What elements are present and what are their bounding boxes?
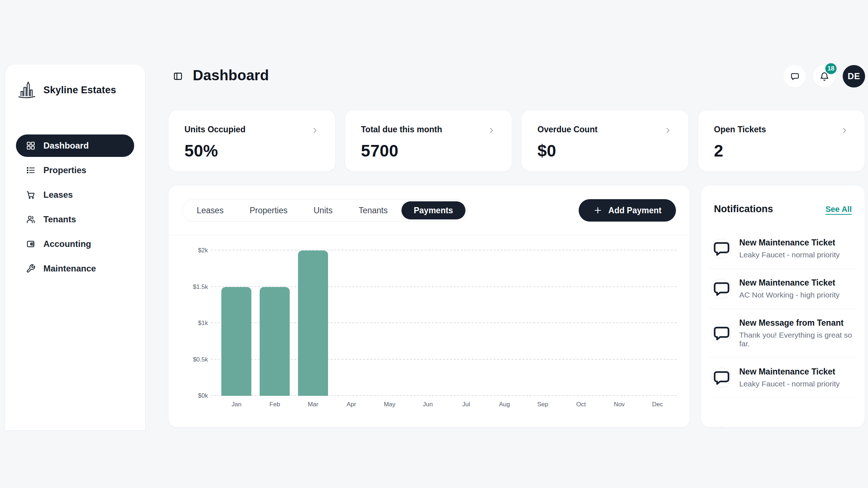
stat-value: 5700	[361, 141, 496, 160]
sidebar-item-label: Leases	[43, 190, 73, 200]
notification-subtitle: Leaky Faucet - normal priority	[739, 251, 840, 259]
list-item[interactable]: New Maintenance Ticket AC Not Working - …	[708, 269, 858, 309]
notification-count-badge: 18	[824, 62, 838, 75]
y-axis-tick-label: $1k	[198, 320, 208, 327]
avatar[interactable]: DE	[843, 65, 865, 87]
x-axis-tick-label: Aug	[499, 401, 510, 408]
sidebar-toggle-icon[interactable]	[173, 71, 183, 81]
brand-logo-icon	[17, 80, 36, 100]
chat-bubble-icon	[711, 323, 731, 343]
sidebar-item-accounting[interactable]: Accounting	[16, 233, 134, 255]
plus-icon	[593, 206, 603, 215]
notifications-header: Notifications See All	[701, 185, 865, 215]
stat-card-overdue-count[interactable]: Overdue Count $0	[521, 110, 689, 172]
wallet-icon	[26, 239, 35, 249]
list-item[interactable]: New Maintenance Ticket Leaky Faucet - no…	[708, 228, 858, 269]
sidebar-item-label: Properties	[43, 165, 86, 175]
add-payment-label: Add Payment	[608, 206, 661, 215]
notification-title: New Message from Tenant	[739, 318, 855, 328]
sidebar-item-label: Tenants	[43, 214, 76, 224]
list-item-partial[interactable]	[708, 398, 858, 428]
chart-gridline	[211, 250, 677, 251]
list-item[interactable]: New Maintenance Ticket Leaky Faucet - no…	[708, 358, 858, 398]
y-axis-tick-label: $0.5k	[193, 356, 208, 363]
payments-bar-chart: $0k$0.5k$1k$1.5k$2kJanFebMarAprMayJunJul…	[217, 251, 677, 396]
brand: Skyline Estates	[16, 80, 134, 100]
chat-bubble-icon	[711, 239, 731, 259]
notification-title: New Maintenance Ticket	[739, 278, 839, 288]
tab-properties[interactable]: Properties	[237, 201, 300, 219]
stat-cards-row: Units Occupied 50% Total due this month …	[168, 110, 865, 172]
page-header: Dashboard 18 DE	[168, 65, 865, 87]
x-axis-tick-label: Sep	[537, 401, 548, 408]
sidebar-item-label: Accounting	[43, 239, 91, 249]
list-item[interactable]: New Message from Tenant Thank you! Every…	[708, 309, 858, 358]
notification-title: New Maintenance Ticket	[739, 238, 840, 248]
notification-title: New Maintenance Ticket	[739, 367, 840, 377]
page-title: Dashboard	[193, 67, 269, 84]
stat-value: 50%	[184, 141, 319, 160]
messages-button[interactable]	[783, 65, 806, 87]
stat-label: Overdue Count	[537, 125, 672, 134]
stat-value: 2	[714, 141, 849, 160]
notifications-button[interactable]: 18	[813, 65, 835, 87]
wrench-icon	[26, 264, 35, 273]
tab-tenants[interactable]: Tenants	[346, 201, 400, 219]
x-axis-tick-label: Dec	[652, 401, 663, 408]
sidebar: Skyline Estates Dashboard Properties	[5, 64, 145, 430]
main-content-card: Leases Properties Units Tenants Payments…	[168, 185, 690, 428]
notification-subtitle: Thank you! Everything is great so far.	[739, 331, 855, 348]
y-axis-tick-label: $0k	[198, 392, 208, 399]
notification-subtitle: AC Not Working - high priority	[739, 291, 839, 299]
x-axis-tick-label: Mar	[308, 401, 318, 408]
tab-payments[interactable]: Payments	[401, 201, 465, 219]
chevron-right-icon	[311, 126, 319, 135]
tab-leases[interactable]: Leases	[184, 201, 236, 219]
tab-units[interactable]: Units	[301, 201, 345, 219]
main-card-header: Leases Properties Units Tenants Payments…	[169, 185, 690, 236]
x-axis-tick-label: Feb	[269, 401, 280, 408]
sidebar-item-maintenance[interactable]: Maintenance	[16, 257, 134, 280]
stat-label: Open Tickets	[714, 125, 849, 134]
stat-card-open-tickets[interactable]: Open Tickets 2	[698, 110, 865, 172]
chevron-right-icon	[487, 126, 496, 135]
chart-bar-mar	[298, 251, 328, 396]
stat-label: Units Occupied	[184, 125, 319, 134]
notification-subtitle: Leaky Faucet - normal priority	[739, 380, 840, 388]
chat-bubble-icon	[711, 279, 731, 299]
stat-label: Total due this month	[361, 125, 496, 134]
sidebar-item-label: Maintenance	[43, 264, 96, 274]
sidebar-item-properties[interactable]: Properties	[16, 159, 134, 181]
add-payment-button[interactable]: Add Payment	[579, 199, 676, 222]
y-axis-tick-label: $2k	[198, 247, 208, 254]
stat-card-total-due[interactable]: Total due this month 5700	[345, 110, 512, 172]
y-axis-tick-label: $1.5k	[193, 283, 208, 291]
x-axis-tick-label: Apr	[346, 401, 356, 408]
chart-bar-jan	[221, 287, 251, 396]
x-axis-tick-label: Oct	[576, 401, 586, 408]
chevron-right-icon	[664, 126, 672, 135]
sidebar-nav: Dashboard Properties Leases	[16, 134, 134, 280]
chat-bubble-icon	[711, 368, 731, 388]
notifications-panel: Notifications See All New Maintenance Ti…	[701, 185, 865, 428]
x-axis-tick-label: Jun	[423, 401, 433, 408]
stat-value: $0	[537, 141, 672, 160]
sidebar-item-dashboard[interactable]: Dashboard	[16, 134, 134, 157]
x-axis-tick-label: Jul	[462, 401, 470, 408]
x-axis-tick-label: Jan	[231, 401, 241, 408]
content-tabbar: Leases Properties Units Tenants Payments	[182, 199, 468, 222]
list-icon	[26, 166, 35, 175]
chart-bar-feb	[260, 287, 290, 396]
chevron-right-icon	[840, 126, 849, 135]
header-actions: 18 DE	[783, 65, 865, 87]
see-all-link[interactable]: See All	[825, 205, 852, 214]
notifications-title: Notifications	[714, 204, 773, 215]
cart-icon	[26, 190, 35, 200]
x-axis-tick-label: Nov	[614, 401, 625, 408]
users-icon	[26, 215, 35, 224]
notifications-list: New Maintenance Ticket Leaky Faucet - no…	[708, 228, 858, 428]
stat-card-units-occupied[interactable]: Units Occupied 50%	[168, 110, 336, 172]
sidebar-item-label: Dashboard	[43, 141, 89, 151]
sidebar-item-tenants[interactable]: Tenants	[16, 208, 134, 231]
sidebar-item-leases[interactable]: Leases	[16, 184, 134, 206]
